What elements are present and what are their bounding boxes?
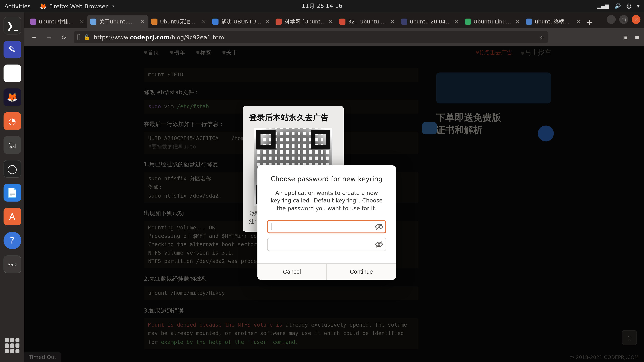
tab-close-icon[interactable]: ✕ [515, 18, 520, 25]
favicon-icon [401, 18, 407, 25]
nav-forward-button[interactable]: → [44, 32, 54, 42]
dialog-title: Choose password for new keyring [267, 175, 386, 183]
browser-tab[interactable]: 科学网-[Ubuntu]NT✕ [272, 15, 336, 28]
tab-label: 关于ubuntu挂载nt [99, 18, 138, 25]
address-text: https://www.codeprj.com/blog/9c92ea1.htm… [94, 34, 536, 40]
browser-tab[interactable]: ubuntu中挂载ntfs✕ [27, 15, 87, 28]
firefox-icon: 🦊 [40, 3, 46, 9]
favicon-icon [30, 18, 36, 25]
page-content: 首页 榜单 标签 关于 ()点击去广告 马上找车 mount $TFTD 修改 … [24, 46, 644, 362]
power-icon: ⏻ [626, 3, 632, 9]
cancel-button[interactable]: Cancel [258, 264, 326, 280]
dock-terminal-icon[interactable]: ❯_ [3, 17, 21, 34]
eye-off-icon[interactable] [375, 240, 384, 249]
gnome-topbar: Activities 🦊 Firefox Web Browser 11月 26 … [0, 0, 644, 12]
new-tab-button[interactable]: + [584, 15, 595, 28]
password-field-row [267, 220, 386, 233]
toolbar: ← → ⟳ 🔒 https://www.codeprj.com/blog/9c9… [24, 28, 644, 46]
dialog-description: An application wants to create a new key… [267, 189, 386, 212]
favicon-icon [339, 18, 346, 25]
hamburger-menu-icon[interactable]: ≡ [635, 34, 640, 40]
browser-tab[interactable]: ubuntu终端命令如✕ [523, 15, 584, 28]
tab-label: ubuntu终端命令如 [535, 18, 574, 25]
browser-tab[interactable]: 解决 UBUNTU 16.0✕ [209, 15, 272, 28]
chevron-down-icon: ▾ [637, 3, 640, 9]
tab-close-icon[interactable]: ✕ [576, 18, 580, 25]
nav-back-button[interactable]: ← [29, 32, 39, 42]
appmenu-firefox[interactable]: 🦊 Firefox Web Browser [40, 3, 114, 9]
tab-label: ubuntu中挂载ntfs [39, 18, 77, 25]
dock-libreoffice-icon[interactable]: 📄 [3, 184, 21, 201]
tab-label: 科学网-[Ubuntu]NT [284, 18, 326, 25]
appmenu-label: Firefox Web Browser [49, 3, 108, 9]
dock-texteditor-icon[interactable]: ✎ [3, 41, 21, 58]
tab-close-icon[interactable]: ✕ [454, 18, 458, 25]
tab-close-icon[interactable]: ✕ [202, 18, 206, 25]
favicon-icon [465, 18, 471, 25]
show-applications-icon[interactable] [5, 338, 20, 353]
firefox-window: — ▢ ✕ ubuntu中挂载ntfs✕ 关于ubuntu挂载nt✕ Ubunt… [24, 12, 644, 362]
dock-chrome-icon[interactable]: ◉ [3, 64, 21, 82]
tab-close-icon[interactable]: ✕ [265, 18, 270, 25]
dialog-actions: Cancel Continue [258, 263, 396, 280]
continue-button[interactable]: Continue [326, 264, 396, 280]
window-controls: — ▢ ✕ [607, 15, 640, 24]
pocket-icon[interactable]: ▣ [623, 34, 628, 40]
password-confirm-row [267, 238, 386, 251]
tab-strip: ubuntu中挂载ntfs✕ 关于ubuntu挂载nt✕ Ubuntu无法自动挂… [24, 12, 644, 28]
eye-off-icon[interactable] [375, 222, 384, 231]
network-icon: ▂▄▆ [597, 3, 609, 9]
favicon-icon [526, 18, 532, 25]
favicon-icon [151, 18, 157, 25]
dock-help-icon[interactable]: ? [3, 232, 21, 249]
tab-label: Ubuntu无法自动挂 [160, 18, 199, 25]
tab-label: 32、ubuntu 挂载n [348, 18, 388, 25]
password-confirm-input[interactable] [267, 238, 386, 251]
bookmark-star-icon[interactable]: ☆ [539, 34, 544, 40]
favicon-icon [90, 18, 96, 25]
browser-tab[interactable]: 32、ubuntu 挂载n✕ [336, 15, 398, 28]
nav-reload-button[interactable]: ⟳ [59, 32, 70, 42]
browser-tab[interactable]: Ubuntu Linux下安✕ [462, 15, 523, 28]
activities-button[interactable]: Activities [4, 3, 30, 9]
keyring-dialog: Choose password for new keyring An appli… [258, 165, 396, 280]
dock-files-icon[interactable]: 🗂 [3, 136, 21, 154]
browser-tab[interactable]: 关于ubuntu挂载nt✕ [87, 15, 148, 28]
favicon-icon [212, 18, 218, 25]
lock-icon[interactable]: 🔒 [84, 34, 90, 40]
dock-software-icon[interactable]: A [3, 208, 21, 225]
tab-label: Ubuntu Linux下安 [474, 18, 513, 25]
dock-ubuntusoftware-icon[interactable]: ◔ [3, 112, 21, 130]
password-input[interactable] [267, 220, 386, 233]
launcher-dock: ❯_ ✎ ◉ 🦊 ◔ 🗂 ◯ 📄 A ? SSD [0, 12, 24, 362]
tracking-shield-icon[interactable] [78, 34, 80, 40]
window-minimize-button[interactable]: — [607, 15, 616, 24]
browser-tab[interactable]: Ubuntu无法自动挂✕ [148, 15, 209, 28]
tab-label: ubuntu 20.04挂载 E [410, 18, 452, 25]
dock-firefox-icon[interactable]: 🦊 [3, 88, 21, 106]
clock[interactable]: 11月 26 14:16 [302, 2, 342, 10]
window-maximize-button[interactable]: ▢ [619, 15, 628, 24]
status-area[interactable]: ▂▄▆ 🔊 ⏻ ▾ [597, 3, 640, 9]
address-bar[interactable]: 🔒 https://www.codeprj.com/blog/9c92ea1.h… [74, 31, 548, 43]
text-caret [272, 223, 272, 230]
volume-icon: 🔊 [614, 3, 621, 9]
favicon-icon [276, 18, 282, 25]
tab-close-icon[interactable]: ✕ [390, 18, 395, 25]
tab-close-icon[interactable]: ✕ [328, 18, 333, 25]
browser-tab[interactable]: ubuntu 20.04挂载 E✕ [398, 15, 462, 28]
tab-close-icon[interactable]: ✕ [140, 18, 145, 25]
login-popover-title: 登录后本站永久去广告 [249, 112, 338, 123]
tab-label: 解决 UBUNTU 16.0 [221, 18, 262, 25]
dock-rhythmbox-icon[interactable]: ◯ [3, 160, 21, 178]
dock-disk-icon[interactable]: SSD [3, 255, 21, 273]
tab-close-icon[interactable]: ✕ [80, 18, 84, 25]
window-close-button[interactable]: ✕ [632, 15, 640, 24]
